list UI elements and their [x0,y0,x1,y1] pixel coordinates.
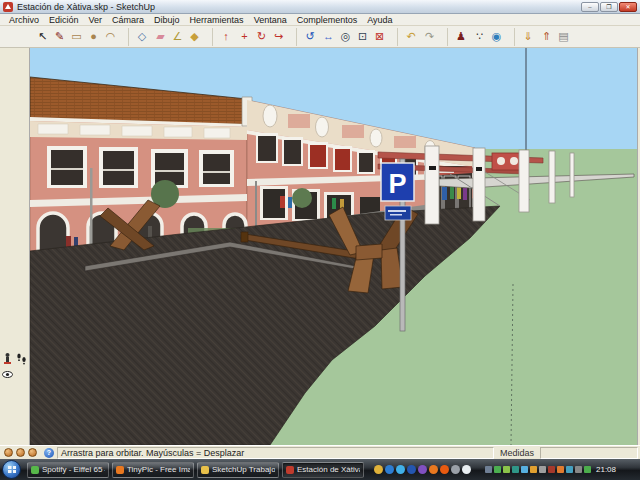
scene-3d: P [30,48,637,445]
tree [292,188,312,208]
help-icon[interactable]: ? [44,448,54,458]
tray-icon-11[interactable] [575,466,582,473]
system-tray [485,466,591,473]
task-icon [31,466,39,474]
menu-item[interactable]: Archivo [4,15,44,25]
camera-toolbar [2,352,28,381]
zoom-tool-icon[interactable]: ◎ [337,28,354,46]
status-badge-2[interactable] [16,448,25,457]
close-button[interactable]: ✕ [619,2,637,12]
parking-sign-letter: P [388,169,406,199]
task-button[interactable]: Estación de Xàtiva.skp... [282,462,364,478]
task-button[interactable]: Spotify - Eiffel 65 – W... [27,462,109,478]
tray-icon-6[interactable] [530,466,537,473]
taskbar: Spotify - Eiffel 65 – W... TinyPic - Fre… [0,459,640,480]
tray-icon-7[interactable] [539,466,546,473]
start-button[interactable] [2,460,21,479]
menu-item[interactable]: Complementos [292,15,363,25]
menu-item[interactable]: Cámara [107,15,149,25]
task-icon [116,466,124,474]
share-models-icon[interactable]: ⇑ [538,28,555,46]
google-earth-icon[interactable]: ◉ [488,28,505,46]
menu-item[interactable]: Edición [44,15,84,25]
tray-icon-10[interactable] [566,466,573,473]
circle-tool-icon[interactable]: ● [85,28,102,46]
internet-explorer-icon[interactable] [396,465,405,474]
quick-launch [374,465,471,474]
tray-icon-9[interactable] [557,466,564,473]
minimize-button[interactable]: – [581,2,599,12]
maximize-button[interactable]: ❐ [600,2,618,12]
menu-item[interactable]: Ventana [249,15,292,25]
window-title: Estación de Xàtiva.skp - SketchUp [17,2,581,12]
line-tool-icon[interactable]: ✎ [51,28,68,46]
firefox-icon[interactable] [429,465,438,474]
eraser-tool-icon[interactable]: ▰ [152,28,169,46]
tray-icon-8[interactable] [548,466,555,473]
menu-bar: ArchivoEdiciónVerCámaraDibujoHerramienta… [0,14,640,26]
left-gutter [0,48,30,445]
tray-icon-2[interactable] [494,466,501,473]
measurements-input[interactable] [540,447,638,459]
status-bar: ? Arrastra para orbitar. Mayúsculas = De… [0,445,640,459]
make-component-icon[interactable]: ◇ [128,28,152,46]
select-tool-icon[interactable]: ↖ [34,28,51,46]
title-bar: Estación de Xàtiva.skp - SketchUp – ❐ ✕ [0,0,640,14]
chrome-icon[interactable] [374,465,383,474]
next-view-icon[interactable]: ↷ [421,28,438,46]
position-camera-icon[interactable]: ♟ [447,28,471,46]
tape-measure-icon[interactable]: ∠ [169,28,186,46]
offset-tool-icon[interactable]: ↪ [270,28,287,46]
walk-footprints-icon[interactable] [16,352,27,365]
desktop: Estación de Xàtiva.skp - SketchUp – ❐ ✕ … [0,0,640,480]
previous-view-icon[interactable]: ↶ [397,28,421,46]
task-icon [286,466,294,474]
menu-item[interactable]: Herramientas [185,15,249,25]
status-hint: Arrastra para orbitar. Mayúsculas = Desp… [57,447,494,459]
print-icon[interactable]: ▤ [555,28,572,46]
paint-bucket-icon[interactable]: ◆ [186,28,203,46]
task-button[interactable]: SketchUp Trabajos [197,462,279,478]
task-button[interactable]: TinyPic - Free Image H... [112,462,194,478]
move-tool-icon[interactable]: + [236,28,253,46]
explorer-icon[interactable] [451,465,460,474]
zoom-window-icon[interactable]: ⊡ [354,28,371,46]
status-badge-3[interactable] [28,448,37,457]
viewport: P [0,48,640,445]
menu-item[interactable]: Dibujo [149,15,185,25]
tray-icon-4[interactable] [512,466,519,473]
media-player-icon[interactable] [418,465,427,474]
windows-icon[interactable] [407,465,416,474]
model-canvas[interactable]: P [30,48,637,445]
tray-icon-3[interactable] [503,466,510,473]
walk-tool-icon[interactable]: ∵ [471,28,488,46]
rotate-tool-icon[interactable]: ↻ [253,28,270,46]
sketchup-logo-icon [3,2,13,12]
clock[interactable]: 21:08 [596,465,616,474]
status-badge-1[interactable] [4,448,13,457]
position-camera-icon[interactable] [2,352,13,365]
vlc-icon[interactable] [440,465,449,474]
task-icon [201,466,209,474]
orbit-tool-icon[interactable]: ↺ [296,28,320,46]
task-buttons: Spotify - Eiffel 65 – W... TinyPic - Fre… [27,462,364,478]
look-around-eye-icon[interactable] [2,368,13,381]
menu-item[interactable]: Ver [84,15,108,25]
menu-item[interactable]: Ayuda [362,15,397,25]
messenger-icon[interactable] [385,465,394,474]
skype-icon[interactable] [462,465,471,474]
get-models-icon[interactable]: ⇓ [514,28,538,46]
main-toolbar: ↖✎▭●◠◇▰∠◆↑+↻↪↺↔◎⊡⊠↶↷♟∵◉⇓⇑▤ [0,26,640,48]
tray-icon-5[interactable] [521,466,528,473]
measurements-label: Medidas [494,448,540,458]
rectangle-tool-icon[interactable]: ▭ [68,28,85,46]
push-pull-icon[interactable]: ↑ [212,28,236,46]
arc-tool-icon[interactable]: ◠ [102,28,119,46]
pan-tool-icon[interactable]: ↔ [320,28,337,46]
zoom-extents-icon[interactable]: ⊠ [371,28,388,46]
tray-icon-12[interactable] [584,466,591,473]
tray-icon-1[interactable] [485,466,492,473]
